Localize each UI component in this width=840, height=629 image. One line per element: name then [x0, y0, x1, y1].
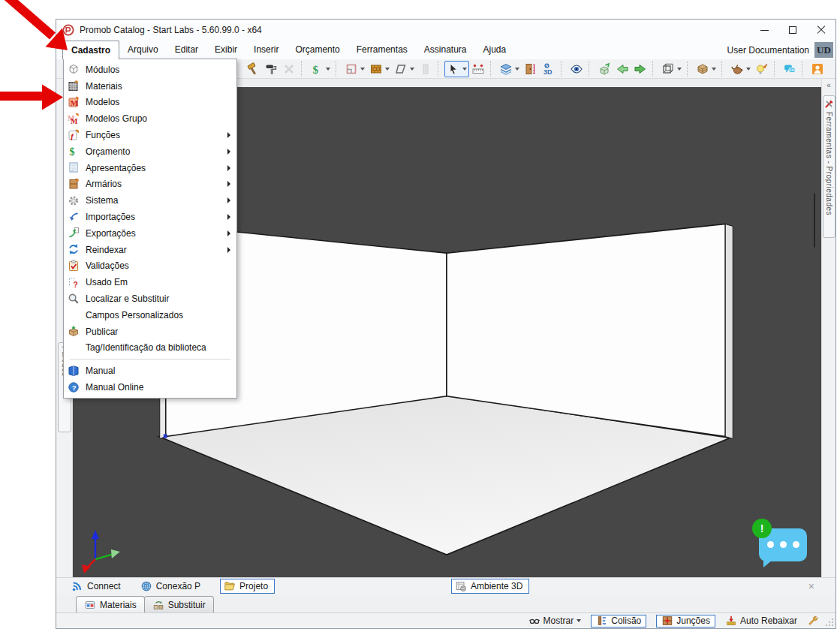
menu-item-label: Funções: [86, 130, 227, 140]
bottom-tab-projeto[interactable]: Projeto: [220, 579, 275, 594]
visibility-tool-icon[interactable]: [568, 61, 586, 77]
svg-text:M: M: [71, 116, 78, 125]
paint-roller-tool-icon[interactable]: [262, 61, 280, 77]
menu-item-modelos-grupo[interactable]: MMModelos Grupo: [64, 110, 236, 127]
render-tool-icon[interactable]: [728, 61, 753, 77]
room-wall-tool-icon[interactable]: [342, 61, 367, 77]
checker-icon: [68, 80, 80, 92]
panel-collapse-icon[interactable]: «: [822, 81, 835, 89]
perspective-view-tool-icon[interactable]: [659, 61, 684, 77]
menubar-item-editar[interactable]: Editar: [167, 41, 206, 59]
menubar-item-orcamento[interactable]: Orçamento: [287, 41, 348, 59]
menubar-item-ajuda[interactable]: Ajuda: [475, 41, 515, 59]
menu-item-tag-identificacao-da-biblioteca[interactable]: Tag/Identificação da biblioteca: [64, 340, 236, 357]
menubar-item-exibir[interactable]: Exibir: [206, 41, 245, 59]
menu-item-validacoes[interactable]: Validações: [64, 258, 236, 275]
brick-wall-tool-icon[interactable]: [367, 61, 392, 77]
toolbar-separator: [802, 62, 806, 77]
menu-item-manual-online[interactable]: ?Manual Online: [64, 379, 236, 396]
select-tool-icon[interactable]: [444, 61, 469, 77]
dropdown-caret-icon[interactable]: [360, 68, 365, 71]
dropdown-caret-icon[interactable]: [515, 68, 519, 71]
chat-tool-icon[interactable]: [781, 61, 799, 77]
dropdown-caret-icon[interactable]: [712, 68, 716, 71]
dropdown-caret-icon[interactable]: [462, 68, 467, 71]
measure-tool-icon[interactable]: [469, 61, 487, 77]
maximize-button[interactable]: [778, 20, 807, 41]
dropdown-caret-icon[interactable]: [746, 68, 751, 71]
menu-item-localizar-e-substituir[interactable]: Localizar e Substituir: [64, 290, 236, 307]
right-panel-tab-label: Ferramentas - Propriedades: [825, 112, 833, 215]
menu-item-modulos[interactable]: Módulos: [64, 62, 236, 78]
menu-item-sistema[interactable]: Sistema: [64, 192, 236, 209]
menu-item-funcoes[interactable]: fFunções: [64, 127, 236, 143]
resize-grip[interactable]: [825, 618, 834, 627]
right-panel-tab-ferramentas-propriedades[interactable]: Ferramentas - Propriedades: [823, 95, 835, 238]
user-account-tool-icon[interactable]: [808, 61, 826, 77]
chat-help-widget[interactable]: !: [759, 528, 807, 561]
wall-corner-node[interactable]: [164, 435, 167, 438]
menu-item-label: Exportações: [86, 228, 227, 239]
crate-tool-icon[interactable]: [694, 61, 718, 77]
menu-item-importacoes[interactable]: Importações: [64, 209, 236, 225]
3d-rotate-tool-icon[interactable]: 3D: [540, 61, 558, 77]
statusbar-item-juncoes[interactable]: Junções: [656, 615, 715, 627]
bottom-tab-ambiente-3d[interactable]: Ambiente 3D: [451, 579, 529, 594]
statusbar-item-wrench[interactable]: [807, 615, 819, 627]
statusbar-item-auto-rebaixar[interactable]: Auto Rebaixar: [725, 615, 797, 627]
menu-item-manual[interactable]: Manual: [64, 363, 236, 379]
doc-icon: [68, 161, 80, 174]
menu-item-orcamento[interactable]: $Orçamento: [64, 143, 236, 160]
doc-tab-materiais[interactable]: Materiais: [76, 596, 145, 612]
polygon-tool-icon[interactable]: [392, 61, 417, 77]
statusbar-label: Mostrar: [543, 615, 574, 626]
menu-item-materiais[interactable]: Materiais: [64, 78, 236, 95]
menu-item-label: Manual: [86, 366, 230, 376]
menu-item-publicar[interactable]: Publicar: [64, 324, 236, 340]
statusbar-item-mostrar[interactable]: Mostrar: [528, 615, 582, 627]
forward-arrow-tool-icon[interactable]: [631, 61, 649, 77]
menu-item-exportacoes[interactable]: Exportações: [64, 225, 236, 242]
menu-item-modelos[interactable]: MModelos: [64, 95, 236, 111]
bottom-tab-conexao-p[interactable]: Conexão P: [140, 580, 200, 592]
menubar-item-ferramentas[interactable]: Ferramentas: [348, 41, 416, 59]
doc-tab-label: Substituir: [168, 600, 206, 610]
menu-item-label: Usado Em: [86, 277, 230, 287]
tab-close-icon[interactable]: ×: [808, 581, 814, 591]
menubar-item-assinatura[interactable]: Assinatura: [416, 41, 475, 59]
user-documentation-badge[interactable]: UD: [814, 42, 833, 58]
menu-item-usado-em[interactable]: ?Usado Em: [64, 274, 236, 290]
door-dimension-tool-icon[interactable]: [522, 61, 540, 77]
menu-item-reindexar[interactable]: Reindexar: [64, 242, 236, 258]
menubar-item-arquivo[interactable]: Arquivo: [119, 41, 167, 59]
dropdown-caret-icon[interactable]: [677, 68, 682, 71]
menubar-item-cadastro[interactable]: Cadastro: [62, 41, 119, 59]
dropdown-caret-icon[interactable]: [577, 619, 581, 622]
menu-item-apresentacoes[interactable]: Apresentações: [64, 160, 236, 176]
module-box-tool-icon[interactable]: [595, 61, 613, 77]
right-wall-edge[interactable]: [725, 224, 733, 438]
menu-item-campos-personalizados[interactable]: Campos Personalizados: [64, 307, 236, 324]
budget-tool-icon[interactable]: $: [308, 61, 333, 77]
light-edit-tool-icon[interactable]: [753, 61, 771, 77]
screen: { "window": { "title": "Promob Catalog -…: [0, 0, 840, 629]
toolbar-separator: [589, 62, 593, 77]
dropdown-caret-icon[interactable]: [410, 68, 414, 71]
dropdown-caret-icon[interactable]: [385, 68, 390, 71]
lens-icon: [68, 293, 80, 305]
menubar-item-inserir[interactable]: Inserir: [245, 41, 287, 59]
doc-tab-substituir[interactable]: Substituir: [144, 596, 214, 612]
qball-icon: ?: [68, 381, 80, 394]
dropdown-caret-icon[interactable]: [326, 68, 330, 71]
refresh-icon: [68, 243, 80, 256]
minimize-button[interactable]: [750, 20, 778, 41]
menu-item-armarios[interactable]: Armários: [64, 176, 236, 193]
layers-tool-icon[interactable]: [497, 61, 522, 77]
statusbar-item-colisao[interactable]: Colisão: [591, 615, 646, 627]
column-tool-icon: [417, 61, 435, 77]
menu-item-label: Orçamento: [86, 146, 227, 157]
close-button[interactable]: [807, 20, 835, 41]
hammer-tool-icon[interactable]: [244, 61, 262, 77]
bottom-tab-connect[interactable]: Connect: [71, 580, 121, 592]
back-arrow-tool-icon[interactable]: [613, 61, 631, 77]
